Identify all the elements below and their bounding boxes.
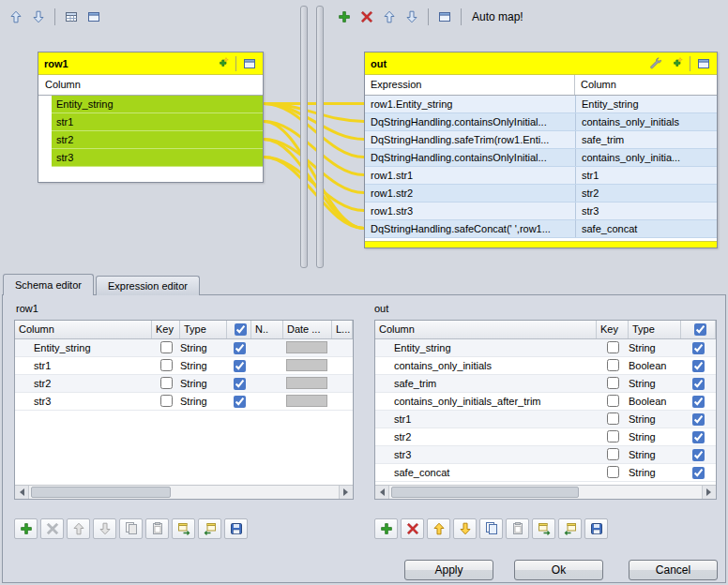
header-key[interactable]: Key — [152, 321, 180, 338]
window-view-icon[interactable] — [83, 7, 104, 27]
output-window-icon[interactable] — [434, 7, 455, 27]
mapping-row[interactable]: DqStringHandling.containsOnlyInitial... … — [365, 113, 717, 131]
import-schema-icon[interactable] — [558, 518, 582, 539]
input-row[interactable]: str2 — [52, 131, 263, 149]
date-pattern-cell[interactable] — [286, 395, 327, 407]
nullable-checkbox[interactable] — [234, 342, 246, 354]
column-name-cell[interactable]: safe_concat — [375, 464, 597, 481]
export-schema-icon[interactable] — [532, 518, 555, 539]
horizontal-scrollbar[interactable] — [15, 485, 353, 499]
type-cell[interactable]: String — [629, 464, 681, 481]
splitter-left[interactable] — [300, 6, 308, 268]
header-column[interactable]: Column — [375, 321, 597, 338]
header-type[interactable]: Type — [629, 321, 681, 338]
copy-icon[interactable] — [119, 518, 143, 539]
type-cell[interactable]: String — [180, 375, 227, 392]
key-checkbox[interactable] — [607, 466, 619, 478]
type-cell[interactable]: Boolean — [629, 393, 681, 410]
nullable-checkbox[interactable] — [692, 431, 705, 443]
paste-icon[interactable] — [145, 518, 169, 539]
add-row-icon[interactable] — [14, 518, 38, 539]
add-output-column-icon[interactable] — [667, 54, 686, 73]
schema-row[interactable]: str3 String — [15, 393, 353, 411]
splitter-right[interactable] — [316, 6, 324, 268]
mapping-row[interactable]: DqStringHandling.safeConcat(' ',row1... … — [365, 220, 717, 238]
nullable-checkbox[interactable] — [692, 396, 705, 408]
horizontal-scrollbar[interactable] — [375, 485, 716, 499]
minimize-table-icon[interactable] — [240, 54, 259, 73]
date-pattern-cell[interactable] — [286, 359, 327, 371]
schema-row[interactable]: safe_trim String — [375, 375, 716, 393]
column-name-cell[interactable]: str3 — [15, 393, 152, 410]
type-cell[interactable]: String — [180, 393, 227, 410]
paste-icon[interactable] — [506, 518, 529, 539]
key-checkbox[interactable] — [607, 341, 619, 353]
remove-row-icon[interactable] — [401, 518, 424, 539]
copy-icon[interactable] — [479, 518, 503, 539]
type-cell[interactable]: String — [180, 339, 227, 356]
save-schema-icon[interactable] — [584, 518, 608, 539]
nullable-checkbox[interactable] — [692, 342, 705, 354]
header-nullable[interactable]: N.. — [251, 321, 283, 338]
schema-row[interactable]: str1 String — [15, 357, 353, 375]
scrollbar-thumb[interactable] — [391, 487, 579, 498]
expression-cell[interactable]: DqStringHandling.containsOnlyInitial... — [365, 149, 575, 166]
schema-row[interactable]: str3 String — [375, 446, 716, 464]
expression-cell[interactable]: DqStringHandling.containsOnlyInitial... — [365, 113, 575, 130]
header-column[interactable]: Column — [15, 321, 152, 338]
row-down-icon[interactable] — [453, 518, 477, 539]
export-schema-icon[interactable] — [172, 518, 195, 539]
header-type[interactable]: Type — [180, 321, 227, 338]
header-date-pattern[interactable]: Date ... — [283, 321, 332, 338]
move-up-icon[interactable] — [6, 7, 26, 27]
row-up-icon[interactable] — [427, 518, 450, 539]
apply-button[interactable]: Apply — [404, 560, 493, 580]
input-row[interactable]: str1 — [52, 113, 263, 131]
scrollbar-thumb[interactable] — [31, 487, 171, 498]
schema-row[interactable]: Entity_string String — [375, 339, 716, 357]
entry-up-icon[interactable] — [379, 7, 400, 27]
key-checkbox[interactable] — [607, 377, 619, 389]
nullable-checkbox[interactable] — [234, 396, 246, 408]
row-up-icon[interactable] — [67, 518, 90, 539]
schema-row[interactable]: str2 String — [375, 428, 716, 446]
expression-cell[interactable]: row1.Entity_string — [365, 96, 575, 112]
cancel-button[interactable]: Cancel — [629, 560, 718, 580]
key-checkbox[interactable] — [160, 377, 173, 389]
key-checkbox[interactable] — [607, 395, 619, 407]
column-name-cell[interactable]: Entity_string — [15, 339, 152, 356]
key-checkbox[interactable] — [160, 341, 173, 353]
column-name-cell[interactable]: str1 — [375, 411, 597, 428]
column-name-cell[interactable]: str2 — [375, 428, 597, 445]
type-cell[interactable]: String — [629, 339, 681, 356]
type-cell[interactable]: String — [629, 411, 681, 428]
nullable-checkbox[interactable] — [234, 360, 246, 372]
schema-row[interactable]: Entity_string String — [15, 339, 353, 357]
type-cell[interactable]: String — [629, 375, 681, 392]
schema-row[interactable]: contains_only_initials Boolean — [375, 357, 716, 375]
key-checkbox[interactable] — [160, 359, 173, 371]
mapping-row[interactable]: DqStringHandling.containsOnlyInitial... … — [365, 149, 717, 167]
import-schema-icon[interactable] — [198, 518, 221, 539]
save-schema-icon[interactable] — [224, 518, 248, 539]
row-down-icon[interactable] — [93, 518, 116, 539]
minimize-table-icon[interactable] — [694, 54, 713, 73]
scroll-right-button[interactable] — [702, 486, 716, 499]
table-view-icon[interactable] — [61, 7, 82, 27]
scroll-right-button[interactable] — [339, 486, 353, 499]
header-key[interactable]: Key — [597, 321, 629, 338]
nullable-checkbox[interactable] — [234, 378, 246, 390]
expression-cell[interactable]: row1.str3 — [365, 202, 575, 219]
column-name-cell[interactable]: str2 — [15, 375, 152, 392]
tab-expression-editor[interactable]: Expression editor — [96, 276, 200, 295]
move-down-icon[interactable] — [28, 7, 49, 27]
scrollbar-track[interactable] — [389, 486, 702, 499]
expression-cell[interactable]: row1.str1 — [365, 167, 575, 184]
column-name-cell[interactable]: str3 — [375, 446, 597, 463]
input-row[interactable]: str3 — [52, 149, 263, 167]
mapping-row[interactable]: row1.str3 str3 — [365, 202, 717, 220]
type-cell[interactable]: String — [629, 428, 681, 445]
mapping-row[interactable]: row1.Entity_string Entity_string — [365, 96, 717, 113]
scroll-left-button[interactable] — [375, 486, 389, 499]
mapping-row[interactable]: row1.str1 str1 — [365, 167, 717, 185]
